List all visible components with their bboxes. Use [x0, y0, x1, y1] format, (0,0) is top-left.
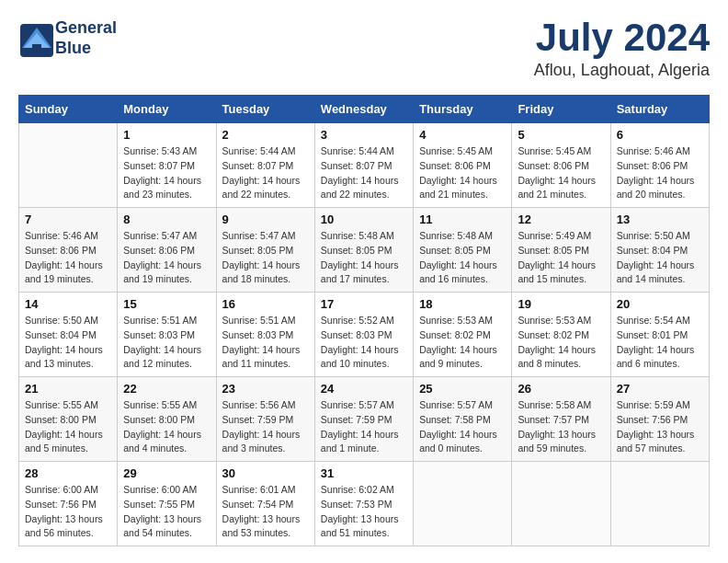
day-number: 12: [518, 213, 604, 226]
day-info: Sunrise: 5:51 AMSunset: 8:03 PMDaylight:…: [222, 314, 309, 372]
calendar-cell: 14Sunrise: 5:50 AMSunset: 8:04 PMDayligh…: [19, 293, 118, 377]
location-title: Aflou, Laghouat, Algeria: [534, 61, 710, 80]
calendar-cell: 6Sunrise: 5:46 AMSunset: 8:06 PMDaylight…: [610, 123, 709, 208]
calendar-cell: 7Sunrise: 5:46 AMSunset: 8:06 PMDaylight…: [19, 208, 118, 293]
calendar-cell: 16Sunrise: 5:51 AMSunset: 8:03 PMDayligh…: [216, 293, 314, 377]
day-number: 11: [419, 213, 506, 226]
day-number: 13: [617, 213, 703, 226]
day-info: Sunrise: 5:58 AMSunset: 7:57 PMDaylight:…: [518, 398, 604, 456]
day-info: Sunrise: 5:57 AMSunset: 7:58 PMDaylight:…: [419, 398, 506, 456]
day-info: Sunrise: 6:00 AMSunset: 7:55 PMDaylight:…: [123, 483, 210, 541]
day-info: Sunrise: 5:50 AMSunset: 8:04 PMDaylight:…: [617, 229, 703, 287]
calendar-cell: 10Sunrise: 5:48 AMSunset: 8:05 PMDayligh…: [314, 208, 413, 293]
calendar-cell: 28Sunrise: 6:00 AMSunset: 7:56 PMDayligh…: [19, 462, 118, 546]
calendar-cell: 26Sunrise: 5:58 AMSunset: 7:57 PMDayligh…: [512, 377, 610, 462]
header-day-saturday: Saturday: [610, 96, 709, 123]
calendar-cell: [19, 123, 118, 208]
calendar-cell: 18Sunrise: 5:53 AMSunset: 8:02 PMDayligh…: [414, 293, 512, 377]
header-day-tuesday: Tuesday: [216, 96, 314, 123]
calendar-cell: 23Sunrise: 5:56 AMSunset: 7:59 PMDayligh…: [216, 377, 314, 462]
day-number: 9: [222, 213, 309, 226]
day-info: Sunrise: 5:53 AMSunset: 8:02 PMDaylight:…: [419, 314, 506, 372]
day-info: Sunrise: 6:00 AMSunset: 7:56 PMDaylight:…: [25, 483, 111, 541]
day-info: Sunrise: 5:48 AMSunset: 8:05 PMDaylight:…: [321, 229, 407, 287]
calendar-cell: 22Sunrise: 5:55 AMSunset: 8:00 PMDayligh…: [118, 377, 216, 462]
calendar-cell: 21Sunrise: 5:55 AMSunset: 8:00 PMDayligh…: [19, 377, 118, 462]
day-info: Sunrise: 5:52 AMSunset: 8:03 PMDaylight:…: [321, 314, 407, 372]
logo: General Blue: [18, 18, 117, 58]
month-title: July 2024: [534, 18, 710, 57]
day-info: Sunrise: 5:48 AMSunset: 8:05 PMDaylight:…: [419, 229, 506, 287]
header-day-sunday: Sunday: [19, 96, 118, 123]
day-info: Sunrise: 5:45 AMSunset: 8:06 PMDaylight:…: [518, 144, 604, 202]
day-number: 6: [617, 128, 703, 142]
calendar-cell: 20Sunrise: 5:54 AMSunset: 8:01 PMDayligh…: [610, 293, 709, 377]
calendar-cell: 27Sunrise: 5:59 AMSunset: 7:56 PMDayligh…: [610, 377, 709, 462]
day-number: 1: [123, 128, 210, 142]
calendar-cell: [610, 462, 709, 546]
day-info: Sunrise: 5:57 AMSunset: 7:59 PMDaylight:…: [321, 398, 407, 456]
day-number: 23: [222, 382, 309, 396]
week-row-1: 1Sunrise: 5:43 AMSunset: 8:07 PMDaylight…: [19, 123, 710, 208]
day-info: Sunrise: 5:49 AMSunset: 8:05 PMDaylight:…: [518, 229, 604, 287]
day-number: 14: [25, 297, 111, 311]
day-info: Sunrise: 5:47 AMSunset: 8:05 PMDaylight:…: [222, 229, 309, 287]
day-number: 19: [518, 297, 604, 311]
day-info: Sunrise: 5:43 AMSunset: 8:07 PMDaylight:…: [123, 144, 210, 202]
header-day-wednesday: Wednesday: [314, 96, 413, 123]
header-day-monday: Monday: [118, 96, 216, 123]
day-info: Sunrise: 6:01 AMSunset: 7:54 PMDaylight:…: [222, 483, 309, 541]
day-info: Sunrise: 5:55 AMSunset: 8:00 PMDaylight:…: [123, 398, 210, 456]
day-info: Sunrise: 5:51 AMSunset: 8:03 PMDaylight:…: [123, 314, 210, 372]
day-number: 18: [419, 297, 506, 311]
calendar-cell: 29Sunrise: 6:00 AMSunset: 7:55 PMDayligh…: [118, 462, 216, 546]
day-info: Sunrise: 5:59 AMSunset: 7:56 PMDaylight:…: [617, 398, 703, 456]
page-header: General Blue July 2024 Aflou, Laghouat, …: [18, 18, 710, 80]
day-number: 17: [321, 297, 407, 311]
day-number: 26: [518, 382, 604, 396]
title-block: July 2024 Aflou, Laghouat, Algeria: [534, 18, 710, 80]
day-info: Sunrise: 5:50 AMSunset: 8:04 PMDaylight:…: [25, 314, 111, 372]
calendar-cell: 17Sunrise: 5:52 AMSunset: 8:03 PMDayligh…: [314, 293, 413, 377]
calendar-cell: 30Sunrise: 6:01 AMSunset: 7:54 PMDayligh…: [216, 462, 314, 546]
day-info: Sunrise: 5:44 AMSunset: 8:07 PMDaylight:…: [321, 144, 407, 202]
day-info: Sunrise: 5:56 AMSunset: 7:59 PMDaylight:…: [222, 398, 309, 456]
day-info: Sunrise: 5:46 AMSunset: 8:06 PMDaylight:…: [617, 144, 703, 202]
day-number: 29: [123, 466, 210, 480]
day-info: Sunrise: 5:45 AMSunset: 8:06 PMDaylight:…: [419, 144, 506, 202]
calendar-cell: 24Sunrise: 5:57 AMSunset: 7:59 PMDayligh…: [314, 377, 413, 462]
day-number: 15: [123, 297, 210, 311]
logo-text: General Blue: [55, 18, 117, 58]
day-info: Sunrise: 5:44 AMSunset: 8:07 PMDaylight:…: [222, 144, 309, 202]
calendar-cell: 5Sunrise: 5:45 AMSunset: 8:06 PMDaylight…: [512, 123, 610, 208]
day-number: 27: [617, 382, 703, 396]
day-info: Sunrise: 6:02 AMSunset: 7:53 PMDaylight:…: [321, 483, 407, 541]
calendar-cell: 19Sunrise: 5:53 AMSunset: 8:02 PMDayligh…: [512, 293, 610, 377]
day-number: 16: [222, 297, 309, 311]
day-number: 3: [321, 128, 407, 142]
day-info: Sunrise: 5:47 AMSunset: 8:06 PMDaylight:…: [123, 229, 210, 287]
day-info: Sunrise: 5:53 AMSunset: 8:02 PMDaylight:…: [518, 314, 604, 372]
logo-icon: [18, 22, 51, 55]
day-number: 4: [419, 128, 506, 142]
svg-rect-3: [32, 44, 41, 53]
day-number: 24: [321, 382, 407, 396]
week-row-3: 14Sunrise: 5:50 AMSunset: 8:04 PMDayligh…: [19, 293, 710, 377]
day-number: 31: [321, 466, 407, 480]
calendar-cell: 2Sunrise: 5:44 AMSunset: 8:07 PMDaylight…: [216, 123, 314, 208]
calendar-cell: 13Sunrise: 5:50 AMSunset: 8:04 PMDayligh…: [610, 208, 709, 293]
day-number: 20: [617, 297, 703, 311]
calendar-header-row: SundayMondayTuesdayWednesdayThursdayFrid…: [19, 96, 710, 123]
calendar-cell: 31Sunrise: 6:02 AMSunset: 7:53 PMDayligh…: [314, 462, 413, 546]
calendar-cell: 25Sunrise: 5:57 AMSunset: 7:58 PMDayligh…: [414, 377, 512, 462]
calendar-cell: 8Sunrise: 5:47 AMSunset: 8:06 PMDaylight…: [118, 208, 216, 293]
header-day-thursday: Thursday: [414, 96, 512, 123]
calendar-cell: [414, 462, 512, 546]
calendar-cell: 3Sunrise: 5:44 AMSunset: 8:07 PMDaylight…: [314, 123, 413, 208]
day-number: 5: [518, 128, 604, 142]
calendar-cell: 15Sunrise: 5:51 AMSunset: 8:03 PMDayligh…: [118, 293, 216, 377]
calendar-cell: 11Sunrise: 5:48 AMSunset: 8:05 PMDayligh…: [414, 208, 512, 293]
calendar-cell: 12Sunrise: 5:49 AMSunset: 8:05 PMDayligh…: [512, 208, 610, 293]
day-info: Sunrise: 5:55 AMSunset: 8:00 PMDaylight:…: [25, 398, 111, 456]
day-number: 25: [419, 382, 506, 396]
